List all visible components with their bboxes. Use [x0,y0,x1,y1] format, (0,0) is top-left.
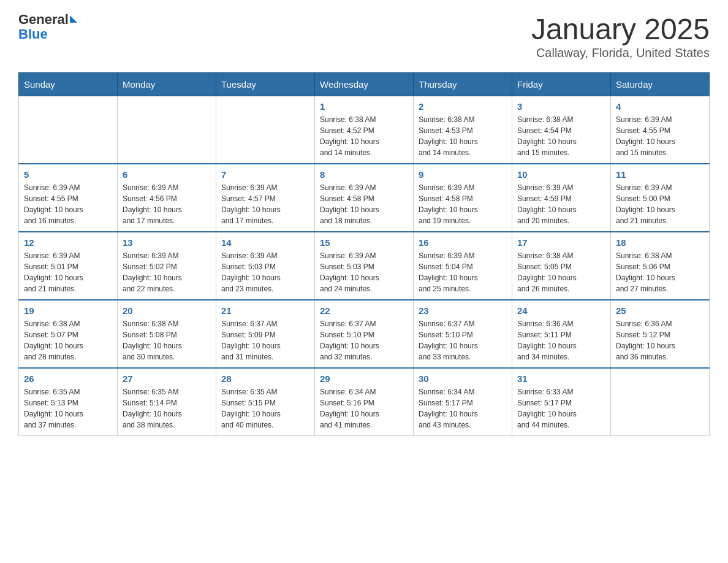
day-number: 15 [320,237,408,248]
day-number: 8 [320,169,408,180]
day-info: Sunrise: 6:34 AM Sunset: 5:17 PM Dayligh… [419,386,507,431]
day-number: 11 [616,169,704,180]
day-cell-16: 16Sunrise: 6:39 AM Sunset: 5:04 PM Dayli… [414,232,512,300]
day-cell-21: 21Sunrise: 6:37 AM Sunset: 5:09 PM Dayli… [216,300,315,368]
day-cell-5: 5Sunrise: 6:39 AM Sunset: 4:55 PM Daylig… [19,164,118,232]
day-info: Sunrise: 6:38 AM Sunset: 5:07 PM Dayligh… [24,318,112,362]
day-info: Sunrise: 6:39 AM Sunset: 4:58 PM Dayligh… [419,182,507,226]
day-info: Sunrise: 6:38 AM Sunset: 4:52 PM Dayligh… [320,114,408,158]
day-number: 31 [517,373,605,384]
empty-cell [216,96,315,164]
day-cell-1: 1Sunrise: 6:38 AM Sunset: 4:52 PM Daylig… [315,96,414,164]
calendar-table: SundayMondayTuesdayWednesdayThursdayFrid… [18,72,710,436]
day-cell-7: 7Sunrise: 6:39 AM Sunset: 4:57 PM Daylig… [216,164,315,232]
day-cell-20: 20Sunrise: 6:38 AM Sunset: 5:08 PM Dayli… [118,300,216,368]
day-cell-15: 15Sunrise: 6:39 AM Sunset: 5:03 PM Dayli… [315,232,414,300]
day-number: 16 [419,237,507,248]
day-number: 28 [221,373,309,384]
day-number: 1 [320,101,408,112]
day-number: 20 [123,305,211,316]
header-sunday: Sunday [19,73,118,96]
day-number: 19 [24,305,112,316]
day-number: 23 [419,305,507,316]
day-info: Sunrise: 6:39 AM Sunset: 5:02 PM Dayligh… [123,250,211,294]
day-cell-29: 29Sunrise: 6:34 AM Sunset: 5:16 PM Dayli… [315,368,414,436]
day-cell-18: 18Sunrise: 6:38 AM Sunset: 5:06 PM Dayli… [611,232,710,300]
empty-cell [19,96,118,164]
header-thursday: Thursday [414,73,512,96]
day-number: 3 [517,101,605,112]
day-info: Sunrise: 6:39 AM Sunset: 4:58 PM Dayligh… [320,182,408,226]
day-cell-8: 8Sunrise: 6:39 AM Sunset: 4:58 PM Daylig… [315,164,414,232]
day-number: 10 [517,169,605,180]
day-info: Sunrise: 6:39 AM Sunset: 5:03 PM Dayligh… [221,250,309,294]
day-number: 17 [517,237,605,248]
day-cell-22: 22Sunrise: 6:37 AM Sunset: 5:10 PM Dayli… [315,300,414,368]
day-number: 13 [123,237,211,248]
page-header: General Blue January 2025 Callaway, Flor… [18,12,710,60]
day-cell-27: 27Sunrise: 6:35 AM Sunset: 5:14 PM Dayli… [118,368,216,436]
day-cell-28: 28Sunrise: 6:35 AM Sunset: 5:15 PM Dayli… [216,368,315,436]
day-info: Sunrise: 6:39 AM Sunset: 5:00 PM Dayligh… [616,182,704,226]
day-cell-10: 10Sunrise: 6:39 AM Sunset: 4:59 PM Dayli… [512,164,611,232]
day-info: Sunrise: 6:36 AM Sunset: 5:12 PM Dayligh… [616,318,704,362]
header-monday: Monday [118,73,216,96]
day-number: 24 [517,305,605,316]
day-cell-3: 3Sunrise: 6:38 AM Sunset: 4:54 PM Daylig… [512,96,611,164]
day-cell-25: 25Sunrise: 6:36 AM Sunset: 5:12 PM Dayli… [611,300,710,368]
day-cell-19: 19Sunrise: 6:38 AM Sunset: 5:07 PM Dayli… [19,300,118,368]
logo-general-text: General [18,12,69,27]
day-cell-11: 11Sunrise: 6:39 AM Sunset: 5:00 PM Dayli… [611,164,710,232]
week-row-5: 26Sunrise: 6:35 AM Sunset: 5:13 PM Dayli… [19,368,710,436]
day-info: Sunrise: 6:39 AM Sunset: 4:55 PM Dayligh… [616,114,704,158]
day-cell-23: 23Sunrise: 6:37 AM Sunset: 5:10 PM Dayli… [414,300,512,368]
day-info: Sunrise: 6:38 AM Sunset: 5:08 PM Dayligh… [123,318,211,362]
day-number: 4 [616,101,704,112]
logo: General Blue [18,12,77,42]
header-row: SundayMondayTuesdayWednesdayThursdayFrid… [19,73,710,96]
day-number: 29 [320,373,408,384]
day-cell-31: 31Sunrise: 6:33 AM Sunset: 5:17 PM Dayli… [512,368,611,436]
day-info: Sunrise: 6:34 AM Sunset: 5:16 PM Dayligh… [320,386,408,431]
day-info: Sunrise: 6:39 AM Sunset: 5:04 PM Dayligh… [419,250,507,294]
day-number: 27 [123,373,211,384]
day-info: Sunrise: 6:39 AM Sunset: 4:57 PM Dayligh… [221,182,309,226]
day-number: 9 [419,169,507,180]
empty-cell [611,368,710,436]
day-info: Sunrise: 6:39 AM Sunset: 5:03 PM Dayligh… [320,250,408,294]
title-section: January 2025 Callaway, Florida, United S… [531,12,710,60]
day-info: Sunrise: 6:39 AM Sunset: 5:01 PM Dayligh… [24,250,112,294]
day-number: 30 [419,373,507,384]
header-tuesday: Tuesday [216,73,315,96]
day-number: 21 [221,305,309,316]
day-number: 22 [320,305,408,316]
day-info: Sunrise: 6:38 AM Sunset: 4:53 PM Dayligh… [419,114,507,158]
day-info: Sunrise: 6:35 AM Sunset: 5:15 PM Dayligh… [221,386,309,431]
calendar-subtitle: Callaway, Florida, United States [531,46,710,60]
day-cell-17: 17Sunrise: 6:38 AM Sunset: 5:05 PM Dayli… [512,232,611,300]
day-number: 18 [616,237,704,248]
day-number: 7 [221,169,309,180]
day-cell-12: 12Sunrise: 6:39 AM Sunset: 5:01 PM Dayli… [19,232,118,300]
day-cell-24: 24Sunrise: 6:36 AM Sunset: 5:11 PM Dayli… [512,300,611,368]
day-info: Sunrise: 6:37 AM Sunset: 5:09 PM Dayligh… [221,318,309,362]
day-cell-4: 4Sunrise: 6:39 AM Sunset: 4:55 PM Daylig… [611,96,710,164]
week-row-2: 5Sunrise: 6:39 AM Sunset: 4:55 PM Daylig… [19,164,710,232]
day-number: 25 [616,305,704,316]
header-saturday: Saturday [611,73,710,96]
logo-blue-text: Blue [18,26,48,42]
day-cell-9: 9Sunrise: 6:39 AM Sunset: 4:58 PM Daylig… [414,164,512,232]
day-info: Sunrise: 6:39 AM Sunset: 4:56 PM Dayligh… [123,182,211,226]
week-row-4: 19Sunrise: 6:38 AM Sunset: 5:07 PM Dayli… [19,300,710,368]
day-info: Sunrise: 6:33 AM Sunset: 5:17 PM Dayligh… [517,386,605,431]
day-number: 6 [123,169,211,180]
day-info: Sunrise: 6:37 AM Sunset: 5:10 PM Dayligh… [419,318,507,362]
header-wednesday: Wednesday [315,73,414,96]
day-info: Sunrise: 6:38 AM Sunset: 5:05 PM Dayligh… [517,250,605,294]
day-info: Sunrise: 6:35 AM Sunset: 5:14 PM Dayligh… [123,386,211,431]
calendar-title: January 2025 [531,12,710,46]
day-info: Sunrise: 6:37 AM Sunset: 5:10 PM Dayligh… [320,318,408,362]
empty-cell [118,96,216,164]
day-number: 14 [221,237,309,248]
day-number: 2 [419,101,507,112]
